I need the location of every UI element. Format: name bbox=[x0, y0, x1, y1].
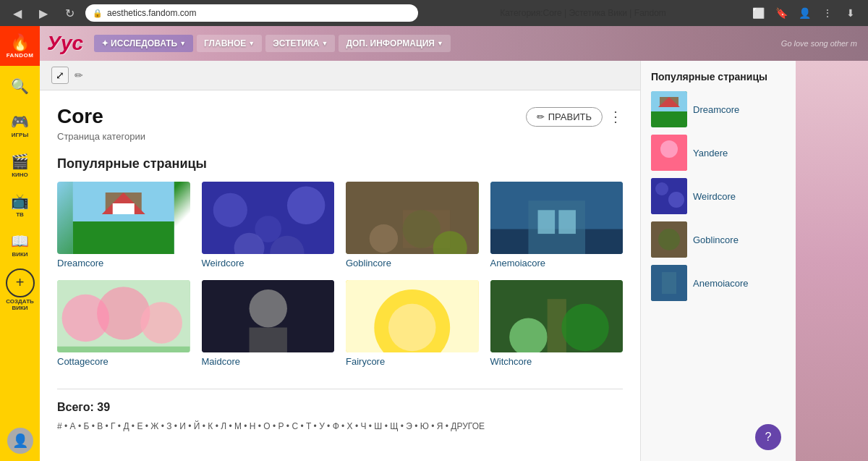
thumb-weirdcore bbox=[202, 182, 335, 254]
sidebar-anemoiacore-label[interactable]: Anemoiacore bbox=[693, 278, 749, 289]
edit-button[interactable]: ✏ ПРАВИТЬ bbox=[526, 107, 603, 127]
nav-aesthetics[interactable]: ЭСТЕТИКА ▼ bbox=[265, 35, 335, 52]
sidebar-item-yandere[interactable]: Yandere bbox=[651, 135, 786, 171]
more-options-button[interactable]: ⋮ bbox=[608, 108, 623, 125]
thumb-fairycore bbox=[346, 280, 479, 352]
alphabet-nav: # • А • Б • В • Г • Д • Е • Ж • З • И • … bbox=[57, 421, 623, 431]
article-area: ⤢ ✏ Core ✏ ПРАВИТЬ ⋮ Страница категории bbox=[40, 61, 640, 461]
explore-icon: ✦ bbox=[101, 38, 109, 48]
download-button[interactable]: ⬇ bbox=[841, 3, 861, 23]
svg-rect-1 bbox=[73, 221, 174, 254]
label-anemoiacore[interactable]: Anemoiacore bbox=[490, 258, 624, 268]
label-maidcore[interactable]: Maidcore bbox=[202, 356, 335, 367]
svg-point-41 bbox=[660, 140, 678, 158]
extensions-button[interactable]: ⬜ bbox=[748, 3, 768, 23]
wiki-nav: ✦ ИССЛЕДОВАТЬ ▼ ГЛАВНОЕ ▼ ЭСТЕТИКА ▼ ДОП… bbox=[94, 35, 451, 52]
sidebar-item-weirdcore[interactable]: Weirdcore bbox=[651, 178, 786, 214]
lock-icon: 🔒 bbox=[93, 9, 103, 18]
gallery-item-witchcore[interactable]: Witchcore bbox=[490, 280, 624, 367]
sidebar-thumb-yandere bbox=[651, 135, 687, 171]
sidebar-thumb-weirdcore bbox=[651, 178, 687, 214]
gallery-item-dreamcore[interactable]: Dreamcore bbox=[57, 182, 190, 268]
back-button[interactable]: ◀ bbox=[7, 3, 27, 23]
edit-button-label: ПРАВИТЬ bbox=[548, 111, 592, 122]
label-dreamcore[interactable]: Dreamcore bbox=[57, 258, 190, 268]
search-icon: 🔍 bbox=[11, 77, 29, 95]
edit-pencil-btn-icon: ✏ bbox=[537, 111, 545, 122]
svg-point-35 bbox=[561, 304, 609, 352]
bookmark-button[interactable]: 🔖 bbox=[771, 3, 791, 23]
more-button[interactable]: ⋮ bbox=[817, 3, 838, 23]
help-icon: ? bbox=[765, 431, 772, 444]
label-goblincore[interactable]: Goblincore bbox=[346, 258, 479, 268]
svg-point-8 bbox=[286, 187, 324, 224]
sidebar-thumb-dreamcore bbox=[651, 91, 687, 127]
sidebar-goblincore-label[interactable]: Goblincore bbox=[693, 234, 739, 245]
svg-point-44 bbox=[668, 192, 684, 208]
sidebar-thumb-goblincore bbox=[651, 221, 687, 258]
address-bar[interactable]: 🔒 aesthetics.fandom.com bbox=[85, 4, 418, 22]
sidebar-item-games[interactable]: 🎮 ИГРЫ bbox=[0, 106, 40, 145]
avatar[interactable]: 👤 bbox=[7, 428, 33, 454]
explore-arrow: ▼ bbox=[179, 40, 186, 47]
sidebar-yandere-label[interactable]: Yandere bbox=[693, 148, 728, 158]
page-title: Core bbox=[57, 105, 103, 128]
sidebar-item-movies[interactable]: 🎬 КИНО bbox=[0, 145, 40, 185]
label-weirdcore[interactable]: Weirdcore bbox=[202, 258, 335, 268]
sidebar-item-search[interactable]: 🔍 bbox=[0, 66, 40, 106]
sidebar-dreamcore-label[interactable]: Dreamcore bbox=[693, 104, 739, 115]
sidebar-weirdcore-label[interactable]: Weirdcore bbox=[693, 191, 736, 202]
profile-button[interactable]: 👤 bbox=[794, 3, 814, 23]
label-fairycore[interactable]: Fairycore bbox=[346, 356, 479, 367]
svg-rect-48 bbox=[662, 272, 676, 294]
gallery-item-maidcore[interactable]: Maidcore bbox=[202, 280, 335, 367]
nav-explore[interactable]: ✦ ИССЛЕДОВАТЬ ▼ bbox=[94, 35, 193, 52]
gallery-item-weirdcore[interactable]: Weirdcore bbox=[202, 182, 335, 268]
fandom-logo[interactable]: 🔥 FANDOM bbox=[0, 26, 40, 66]
sidebar-item-anemoiacore[interactable]: Anemoiacore bbox=[651, 265, 786, 301]
forward-button[interactable]: ▶ bbox=[33, 3, 54, 23]
svg-point-46 bbox=[658, 229, 680, 250]
page-actions: ✏ ПРАВИТЬ ⋮ bbox=[526, 107, 623, 127]
label-cottagecore[interactable]: Cottagecore bbox=[57, 356, 190, 367]
svg-rect-19 bbox=[537, 210, 555, 234]
sidebar-item-wiki[interactable]: 📖 ВИКИ bbox=[0, 225, 40, 265]
sidebar-popular-title: Популярные страницы bbox=[651, 71, 786, 83]
tv-label: ТВ bbox=[16, 211, 24, 218]
sidebar-thumb-anemoiacore bbox=[651, 265, 687, 301]
avatar-icon: 👤 bbox=[12, 433, 28, 449]
fandom-sidebar: 🔥 FANDOM 🔍 🎮 ИГРЫ 🎬 КИНО 📺 ТВ 📖 ВИКИ + С… bbox=[0, 26, 40, 461]
sidebar-item-goblincore[interactable]: Goblincore bbox=[651, 221, 786, 258]
svg-point-43 bbox=[655, 182, 668, 195]
create-wiki-icon: + bbox=[6, 268, 35, 297]
edit-pencil-icon[interactable]: ✏ bbox=[75, 69, 83, 81]
nav-main[interactable]: ГЛАВНОЕ ▼ bbox=[197, 35, 262, 52]
gallery-grid: Dreamcore bbox=[57, 182, 623, 367]
main-arrow: ▼ bbox=[248, 40, 255, 47]
sidebar-item-dreamcore[interactable]: Dreamcore bbox=[651, 91, 786, 127]
gallery-item-anemoiacore[interactable]: Anemoiacore bbox=[490, 182, 624, 268]
gallery-item-cottagecore[interactable]: Cottagecore bbox=[57, 280, 190, 367]
thumb-maidcore bbox=[202, 280, 335, 352]
sidebar-item-create[interactable]: + СОЗДАТЬВИКИ bbox=[0, 265, 40, 312]
sidebar-item-tv[interactable]: 📺 ТВ bbox=[0, 185, 40, 225]
refresh-button[interactable]: ↻ bbox=[59, 3, 80, 23]
svg-rect-4 bbox=[113, 203, 135, 214]
aesthetics-arrow: ▼ bbox=[321, 40, 328, 47]
games-icon: 🎮 bbox=[11, 113, 29, 130]
nav-extra[interactable]: ДОП. ИНФОРМАЦИЯ ▼ bbox=[339, 35, 451, 52]
floating-help-button[interactable]: ? bbox=[755, 424, 781, 450]
svg-point-27 bbox=[249, 289, 286, 327]
wiki-label: ВИКИ bbox=[12, 251, 27, 258]
svg-point-23 bbox=[97, 287, 150, 339]
wiki-header: Уус ✦ ИССЛЕДОВАТЬ ▼ ГЛАВНОЕ ▼ ЭСТЕТИКА ▼… bbox=[40, 26, 868, 61]
label-witchcore[interactable]: Witchcore bbox=[490, 356, 624, 367]
fandom-flame-icon: 🔥 bbox=[10, 33, 30, 52]
right-edge-decoration bbox=[796, 61, 868, 461]
gallery-item-goblincore[interactable]: Goblincore bbox=[346, 182, 479, 268]
thumb-witchcore bbox=[490, 280, 624, 352]
page-title-row: Core ✏ ПРАВИТЬ ⋮ bbox=[57, 105, 623, 128]
expand-button[interactable]: ⤢ bbox=[51, 67, 69, 84]
main-area: Уус ✦ ИССЛЕДОВАТЬ ▼ ГЛАВНОЕ ▼ ЭСТЕТИКА ▼… bbox=[40, 26, 868, 461]
gallery-item-fairycore[interactable]: Fairycore bbox=[346, 280, 479, 367]
